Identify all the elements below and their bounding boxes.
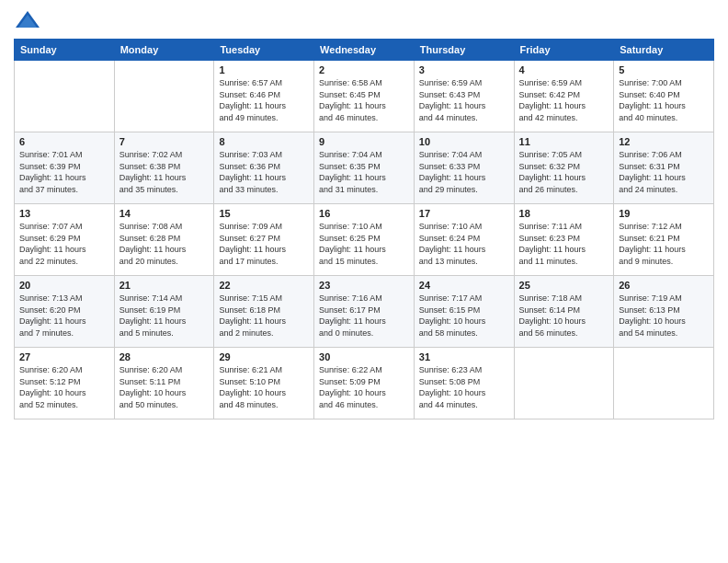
header xyxy=(14,9,714,31)
day-detail: Sunrise: 6:20 AM Sunset: 5:12 PM Dayligh… xyxy=(19,364,109,410)
day-detail: Sunrise: 7:03 AM Sunset: 6:36 PM Dayligh… xyxy=(219,149,309,195)
day-cell-9: 9Sunrise: 7:04 AM Sunset: 6:35 PM Daylig… xyxy=(314,132,415,204)
day-detail: Sunrise: 7:15 AM Sunset: 6:18 PM Dayligh… xyxy=(219,293,309,339)
day-number: 6 xyxy=(19,136,109,147)
day-cell-27: 27Sunrise: 6:20 AM Sunset: 5:12 PM Dayli… xyxy=(15,348,115,419)
day-detail: Sunrise: 6:57 AM Sunset: 6:46 PM Dayligh… xyxy=(219,77,309,123)
day-cell-24: 24Sunrise: 7:17 AM Sunset: 6:15 PM Dayli… xyxy=(414,276,514,348)
day-cell-19: 19Sunrise: 7:12 AM Sunset: 6:21 PM Dayli… xyxy=(614,204,714,276)
day-cell-1: 1Sunrise: 6:57 AM Sunset: 6:46 PM Daylig… xyxy=(214,61,314,132)
day-detail: Sunrise: 7:13 AM Sunset: 6:20 PM Dayligh… xyxy=(19,293,109,339)
day-cell-11: 11Sunrise: 7:05 AM Sunset: 6:32 PM Dayli… xyxy=(514,132,614,204)
day-detail: Sunrise: 7:01 AM Sunset: 6:39 PM Dayligh… xyxy=(19,149,109,195)
weekday-header-friday: Friday xyxy=(514,40,614,61)
day-number: 27 xyxy=(19,351,109,362)
day-cell-18: 18Sunrise: 7:11 AM Sunset: 6:23 PM Dayli… xyxy=(514,204,614,276)
day-cell-4: 4Sunrise: 6:59 AM Sunset: 6:42 PM Daylig… xyxy=(514,61,614,132)
day-cell-30: 30Sunrise: 6:22 AM Sunset: 5:09 PM Dayli… xyxy=(314,348,415,419)
day-cell-6: 6Sunrise: 7:01 AM Sunset: 6:39 PM Daylig… xyxy=(15,132,115,204)
day-cell-2: 2Sunrise: 6:58 AM Sunset: 6:45 PM Daylig… xyxy=(314,61,415,132)
day-detail: Sunrise: 7:09 AM Sunset: 6:27 PM Dayligh… xyxy=(219,221,309,267)
day-number: 1 xyxy=(219,64,309,75)
week-row-5: 27Sunrise: 6:20 AM Sunset: 5:12 PM Dayli… xyxy=(15,348,714,419)
day-number: 4 xyxy=(519,64,609,75)
day-number: 24 xyxy=(419,280,509,291)
day-number: 19 xyxy=(619,208,709,219)
day-cell-28: 28Sunrise: 6:20 AM Sunset: 5:11 PM Dayli… xyxy=(114,348,214,419)
day-detail: Sunrise: 7:02 AM Sunset: 6:38 PM Dayligh… xyxy=(119,149,210,195)
day-number: 23 xyxy=(319,280,409,291)
day-number: 18 xyxy=(519,208,609,219)
day-detail: Sunrise: 7:18 AM Sunset: 6:14 PM Dayligh… xyxy=(519,293,609,339)
weekday-header-row: SundayMondayTuesdayWednesdayThursdayFrid… xyxy=(15,40,714,61)
day-detail: Sunrise: 7:07 AM Sunset: 6:29 PM Dayligh… xyxy=(19,221,109,267)
day-number: 2 xyxy=(319,64,409,75)
day-detail: Sunrise: 6:59 AM Sunset: 6:43 PM Dayligh… xyxy=(419,77,509,123)
day-detail: Sunrise: 7:04 AM Sunset: 6:33 PM Dayligh… xyxy=(419,149,509,195)
day-detail: Sunrise: 7:12 AM Sunset: 6:21 PM Dayligh… xyxy=(619,221,709,267)
calendar-table: SundayMondayTuesdayWednesdayThursdayFrid… xyxy=(14,39,714,419)
day-detail: Sunrise: 6:22 AM Sunset: 5:09 PM Dayligh… xyxy=(319,364,409,410)
day-cell-7: 7Sunrise: 7:02 AM Sunset: 6:38 PM Daylig… xyxy=(114,132,214,204)
weekday-header-monday: Monday xyxy=(114,40,214,61)
day-detail: Sunrise: 7:19 AM Sunset: 6:13 PM Dayligh… xyxy=(619,293,709,339)
empty-cell xyxy=(614,348,714,419)
day-cell-23: 23Sunrise: 7:16 AM Sunset: 6:17 PM Dayli… xyxy=(314,276,415,348)
day-detail: Sunrise: 7:14 AM Sunset: 6:19 PM Dayligh… xyxy=(119,293,210,339)
day-detail: Sunrise: 6:58 AM Sunset: 6:45 PM Dayligh… xyxy=(319,77,409,123)
day-number: 7 xyxy=(119,136,210,147)
day-detail: Sunrise: 7:16 AM Sunset: 6:17 PM Dayligh… xyxy=(319,293,409,339)
day-number: 31 xyxy=(419,351,509,362)
day-number: 26 xyxy=(619,280,709,291)
weekday-header-saturday: Saturday xyxy=(614,40,714,61)
day-number: 9 xyxy=(319,136,409,147)
day-number: 15 xyxy=(219,208,309,219)
weekday-header-thursday: Thursday xyxy=(414,40,514,61)
day-detail: Sunrise: 7:08 AM Sunset: 6:28 PM Dayligh… xyxy=(119,221,210,267)
day-cell-26: 26Sunrise: 7:19 AM Sunset: 6:13 PM Dayli… xyxy=(614,276,714,348)
day-detail: Sunrise: 7:04 AM Sunset: 6:35 PM Dayligh… xyxy=(319,149,409,195)
day-detail: Sunrise: 7:10 AM Sunset: 6:25 PM Dayligh… xyxy=(319,221,409,267)
day-cell-21: 21Sunrise: 7:14 AM Sunset: 6:19 PM Dayli… xyxy=(114,276,214,348)
day-detail: Sunrise: 7:17 AM Sunset: 6:15 PM Dayligh… xyxy=(419,293,509,339)
day-number: 11 xyxy=(519,136,609,147)
day-number: 3 xyxy=(419,64,509,75)
day-cell-3: 3Sunrise: 6:59 AM Sunset: 6:43 PM Daylig… xyxy=(414,61,514,132)
day-cell-20: 20Sunrise: 7:13 AM Sunset: 6:20 PM Dayli… xyxy=(15,276,115,348)
day-number: 16 xyxy=(319,208,409,219)
day-number: 14 xyxy=(119,208,210,219)
day-detail: Sunrise: 7:06 AM Sunset: 6:31 PM Dayligh… xyxy=(619,149,709,195)
day-number: 28 xyxy=(119,351,210,362)
day-number: 21 xyxy=(119,280,210,291)
day-cell-25: 25Sunrise: 7:18 AM Sunset: 6:14 PM Dayli… xyxy=(514,276,614,348)
day-cell-17: 17Sunrise: 7:10 AM Sunset: 6:24 PM Dayli… xyxy=(414,204,514,276)
day-number: 22 xyxy=(219,280,309,291)
day-cell-31: 31Sunrise: 6:23 AM Sunset: 5:08 PM Dayli… xyxy=(414,348,514,419)
day-cell-22: 22Sunrise: 7:15 AM Sunset: 6:18 PM Dayli… xyxy=(214,276,314,348)
day-detail: Sunrise: 6:59 AM Sunset: 6:42 PM Dayligh… xyxy=(519,77,609,123)
day-detail: Sunrise: 6:21 AM Sunset: 5:10 PM Dayligh… xyxy=(219,364,309,410)
day-detail: Sunrise: 7:11 AM Sunset: 6:23 PM Dayligh… xyxy=(519,221,609,267)
day-cell-5: 5Sunrise: 7:00 AM Sunset: 6:40 PM Daylig… xyxy=(614,61,714,132)
day-cell-15: 15Sunrise: 7:09 AM Sunset: 6:27 PM Dayli… xyxy=(214,204,314,276)
day-detail: Sunrise: 7:00 AM Sunset: 6:40 PM Dayligh… xyxy=(619,77,709,123)
day-cell-14: 14Sunrise: 7:08 AM Sunset: 6:28 PM Dayli… xyxy=(114,204,214,276)
day-cell-16: 16Sunrise: 7:10 AM Sunset: 6:25 PM Dayli… xyxy=(314,204,415,276)
week-row-4: 20Sunrise: 7:13 AM Sunset: 6:20 PM Dayli… xyxy=(15,276,714,348)
day-number: 30 xyxy=(319,351,409,362)
day-detail: Sunrise: 7:10 AM Sunset: 6:24 PM Dayligh… xyxy=(419,221,509,267)
day-detail: Sunrise: 6:23 AM Sunset: 5:08 PM Dayligh… xyxy=(419,364,509,410)
day-number: 17 xyxy=(419,208,509,219)
day-number: 25 xyxy=(519,280,609,291)
empty-cell xyxy=(514,348,614,419)
day-cell-12: 12Sunrise: 7:06 AM Sunset: 6:31 PM Dayli… xyxy=(614,132,714,204)
weekday-header-sunday: Sunday xyxy=(15,40,115,61)
day-cell-13: 13Sunrise: 7:07 AM Sunset: 6:29 PM Dayli… xyxy=(15,204,115,276)
day-detail: Sunrise: 6:20 AM Sunset: 5:11 PM Dayligh… xyxy=(119,364,210,410)
page: SundayMondayTuesdayWednesdayThursdayFrid… xyxy=(0,0,728,563)
day-number: 12 xyxy=(619,136,709,147)
day-number: 13 xyxy=(19,208,109,219)
week-row-1: 1Sunrise: 6:57 AM Sunset: 6:46 PM Daylig… xyxy=(15,61,714,132)
day-number: 5 xyxy=(619,64,709,75)
weekday-header-tuesday: Tuesday xyxy=(214,40,314,61)
